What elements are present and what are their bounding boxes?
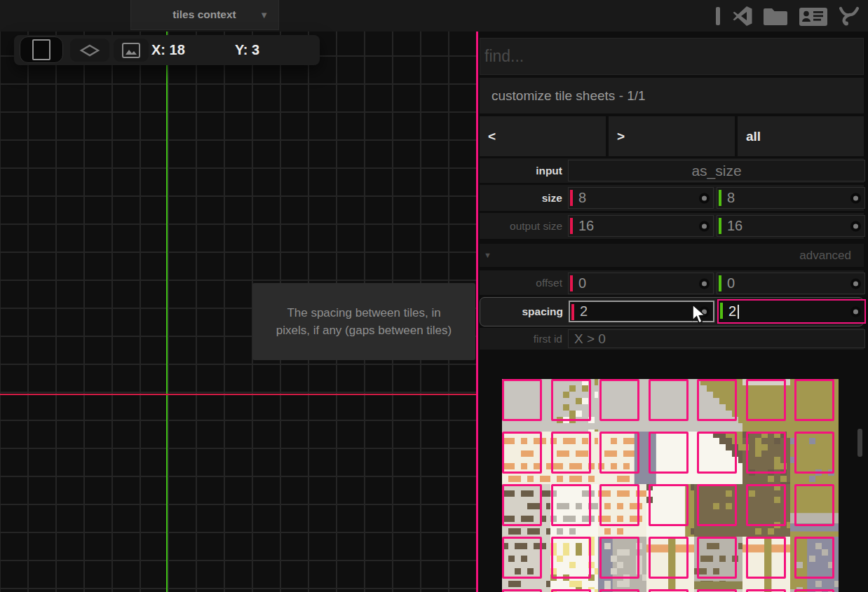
- advanced-section-row: ▼ advanced: [480, 244, 864, 267]
- image-tool-button[interactable]: [114, 39, 149, 62]
- first-id-row: first id X > 0: [480, 328, 864, 350]
- folder-icon[interactable]: [763, 6, 789, 27]
- size-x-field[interactable]: 8: [568, 187, 714, 209]
- x-axis-color-bar: [570, 218, 573, 234]
- output-size-x-field[interactable]: 16: [568, 215, 714, 237]
- spacing-tooltip: The spacing between tiles, in pixels, if…: [252, 283, 475, 360]
- image-icon: [121, 42, 141, 59]
- size-row: size 8 8: [480, 185, 864, 211]
- y-axis-color-bar: [719, 190, 721, 206]
- output-size-label: output size: [480, 213, 562, 239]
- bar-icon[interactable]: [714, 6, 722, 27]
- preview-scrollbar[interactable]: [857, 429, 862, 457]
- drag-handle-icon[interactable]: [699, 221, 710, 231]
- hook-icon[interactable]: [837, 5, 861, 27]
- output-size-y-field[interactable]: 16: [717, 215, 865, 237]
- drag-handle-icon[interactable]: [699, 278, 710, 289]
- offset-x-field[interactable]: 0: [568, 273, 714, 294]
- offset-label: offset: [480, 270, 562, 295]
- first-id-field[interactable]: X > 0: [568, 329, 865, 348]
- collapse-triangle-icon[interactable]: ▼: [484, 244, 491, 267]
- drag-handle-icon[interactable]: [850, 306, 861, 317]
- all-sheets-button[interactable]: all: [738, 116, 864, 156]
- canvas-grid[interactable]: X: 18 Y: 3 The spacing between tiles, in…: [0, 32, 476, 592]
- spacing-y-field[interactable]: 2: [717, 299, 866, 324]
- sheet-pager: < > all: [480, 116, 864, 156]
- y-axis-color-bar: [719, 275, 721, 291]
- input-label: input: [480, 158, 562, 183]
- system-tray: [714, 0, 861, 32]
- vertical-guide-line: [166, 32, 168, 592]
- offset-row: offset 0 0: [480, 270, 864, 295]
- x-axis-color-bar: [571, 304, 574, 320]
- context-dropdown[interactable]: tiles context ▼: [130, 0, 279, 30]
- spacing-label: spacing: [480, 298, 563, 326]
- input-name-field[interactable]: as_size: [568, 160, 865, 181]
- input-name-value: as_size: [569, 163, 864, 179]
- offset-y-field[interactable]: 0: [717, 273, 865, 294]
- spacing-row: spacing 2 2: [480, 297, 864, 326]
- x-axis-color-bar: [570, 190, 573, 206]
- output-size-row: output size 16 16: [480, 213, 864, 239]
- vscode-icon[interactable]: [731, 6, 754, 27]
- y-axis-color-bar: [720, 303, 723, 319]
- context-dropdown-label: tiles context: [131, 8, 259, 21]
- square-icon: [32, 39, 50, 60]
- horizontal-guide-line: [0, 394, 476, 395]
- panel-header: customize tile sheets - 1/1: [480, 78, 864, 113]
- x-axis-color-bar: [570, 275, 573, 291]
- drag-handle-icon[interactable]: [699, 193, 710, 203]
- diamond-tool-button[interactable]: [70, 39, 109, 62]
- app-window: tiles context ▼: [0, 0, 868, 592]
- advanced-label: advanced: [799, 244, 851, 267]
- y-axis-color-bar: [719, 218, 721, 234]
- next-sheet-button[interactable]: >: [609, 116, 735, 156]
- first-id-label: first id: [480, 328, 562, 350]
- size-label: size: [480, 185, 562, 211]
- input-row: input as_size: [480, 158, 864, 183]
- tile-sheet-preview[interactable]: [478, 364, 868, 592]
- chevron-down-icon: ▼: [259, 10, 269, 20]
- drag-handle-icon[interactable]: [850, 193, 861, 203]
- tile-sheet-panel: customize tile sheets - 1/1 < > all inpu…: [478, 32, 868, 592]
- top-bar: tiles context ▼: [0, 0, 868, 32]
- square-tool-button[interactable]: [20, 36, 63, 63]
- cursor-y-coordinate: Y: 3: [235, 35, 259, 65]
- find-input[interactable]: [480, 38, 864, 75]
- contact-card-icon[interactable]: [799, 6, 828, 27]
- first-id-value: X > 0: [569, 331, 606, 347]
- canvas-toolbar: X: 18 Y: 3: [14, 35, 320, 65]
- mouse-cursor: [691, 304, 707, 325]
- cursor-x-coordinate: X: 18: [151, 35, 185, 65]
- size-y-field[interactable]: 8: [717, 187, 865, 209]
- drag-handle-icon[interactable]: [850, 278, 861, 289]
- tile-sheet-image: [502, 379, 839, 592]
- prev-sheet-button[interactable]: <: [480, 116, 606, 156]
- text-caret: [738, 305, 739, 319]
- diamond-icon: [79, 43, 100, 58]
- drag-handle-icon[interactable]: [850, 221, 861, 231]
